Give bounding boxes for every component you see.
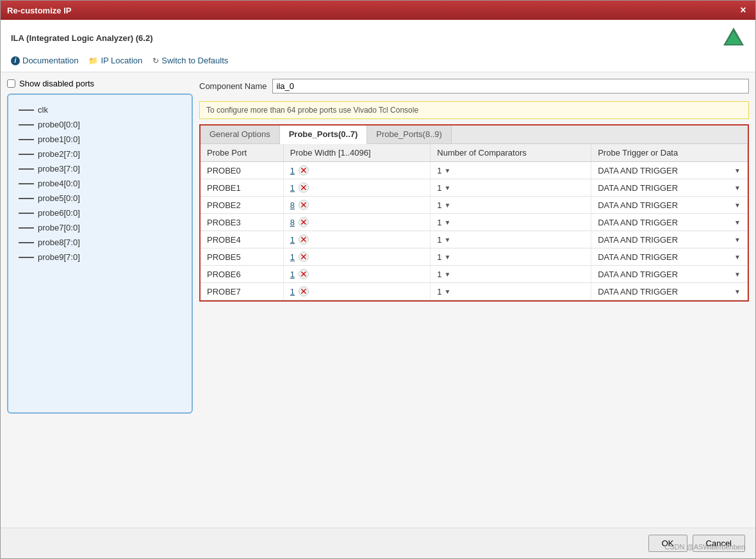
trigger-dropdown-arrow[interactable]: ▼ bbox=[734, 184, 741, 191]
trigger-dropdown-arrow[interactable]: ▼ bbox=[734, 167, 741, 174]
comparators-cell: 1▼ bbox=[431, 266, 591, 283]
comparator-dropdown-arrow[interactable]: ▼ bbox=[445, 288, 451, 295]
table-header: Probe Port Probe Width [1..4096] Number … bbox=[201, 144, 748, 162]
clear-width-button[interactable]: ✕ bbox=[299, 252, 309, 262]
documentation-link[interactable]: i Documentation bbox=[11, 56, 78, 65]
clear-width-button[interactable]: ✕ bbox=[299, 234, 309, 245]
trigger-dropdown-arrow[interactable]: ▼ bbox=[734, 288, 741, 295]
clear-width-button[interactable]: ✕ bbox=[299, 165, 309, 175]
trigger-value: DATA AND TRIGGER bbox=[598, 166, 678, 175]
tab-general-options[interactable]: General Options bbox=[201, 126, 280, 143]
comparator-dropdown-arrow[interactable]: ▼ bbox=[445, 271, 451, 278]
probe-width-value[interactable]: 1 bbox=[290, 183, 295, 193]
probe-width-value[interactable]: 8 bbox=[290, 200, 295, 210]
table-row: PROBE51✕1▼DATA AND TRIGGER▼ bbox=[201, 248, 748, 266]
signal-name: probe5[0:0] bbox=[38, 193, 80, 203]
title-bar: Re-customize IP × bbox=[1, 1, 755, 20]
comparator-dropdown-arrow[interactable]: ▼ bbox=[445, 184, 451, 191]
show-disabled-row: Show disabled ports bbox=[7, 79, 193, 88]
probe-width-value[interactable]: 8 bbox=[290, 218, 295, 227]
col-trigger-data: Probe Trigger or Data bbox=[591, 144, 748, 162]
signal-line bbox=[19, 154, 34, 155]
trigger-dropdown-arrow[interactable]: ▼ bbox=[734, 254, 741, 261]
trigger-dropdown-arrow[interactable]: ▼ bbox=[734, 271, 741, 278]
probe-width-cell: 1✕ bbox=[283, 162, 431, 179]
list-item: probe6[0:0] bbox=[19, 206, 181, 220]
signal-name: probe0[0:0] bbox=[38, 120, 80, 129]
list-item: probe1[0:0] bbox=[19, 132, 181, 147]
probe-port-cell: PROBE7 bbox=[201, 283, 283, 300]
signal-name: probe9[7:0] bbox=[38, 252, 80, 262]
probe-width-value[interactable]: 1 bbox=[290, 166, 295, 175]
trigger-dropdown-arrow[interactable]: ▼ bbox=[734, 236, 741, 243]
probe-width-value[interactable]: 1 bbox=[290, 252, 295, 262]
table-body: PROBE01✕1▼DATA AND TRIGGER▼PROBE11✕1▼DAT… bbox=[201, 162, 748, 300]
trigger-value: DATA AND TRIGGER bbox=[598, 200, 678, 210]
signal-name: probe2[7:0] bbox=[38, 149, 80, 159]
comparators-cell: 1▼ bbox=[431, 214, 591, 231]
probe-width-value[interactable]: 1 bbox=[290, 235, 295, 245]
comparator-value: 1 bbox=[437, 235, 441, 245]
probe-width-value[interactable]: 1 bbox=[290, 287, 295, 296]
signal-name: probe3[7:0] bbox=[38, 164, 80, 174]
trigger-dropdown-arrow[interactable]: ▼ bbox=[734, 202, 741, 209]
show-disabled-checkbox[interactable] bbox=[7, 79, 15, 88]
list-item: probe2[7:0] bbox=[19, 147, 181, 161]
signal-name: probe4[0:0] bbox=[38, 179, 80, 188]
comparator-value: 1 bbox=[437, 200, 441, 210]
probe-width-cell: 1✕ bbox=[283, 283, 431, 300]
signal-name: probe6[0:0] bbox=[38, 208, 80, 218]
right-panel: Component Name To configure more than 64… bbox=[199, 79, 749, 521]
comparator-dropdown-arrow[interactable]: ▼ bbox=[445, 219, 451, 226]
trigger-cell: DATA AND TRIGGER▼ bbox=[591, 214, 748, 231]
comparator-dropdown-arrow[interactable]: ▼ bbox=[445, 236, 451, 243]
ip-location-link[interactable]: 📁 IP Location bbox=[88, 56, 142, 65]
probe-port-cell: PROBE0 bbox=[201, 162, 283, 179]
comparator-dropdown-arrow[interactable]: ▼ bbox=[445, 167, 451, 174]
trigger-dropdown-arrow[interactable]: ▼ bbox=[734, 219, 741, 226]
component-box: clk probe0[0:0] probe1[0:0] probe2[7:0] bbox=[7, 93, 193, 414]
dialog-title: Re-customize IP bbox=[7, 6, 71, 15]
comparator-dropdown-arrow[interactable]: ▼ bbox=[445, 202, 451, 209]
comparator-dropdown-arrow[interactable]: ▼ bbox=[445, 254, 451, 261]
show-disabled-label: Show disabled ports bbox=[19, 79, 94, 88]
list-item: probe7[0:0] bbox=[19, 220, 181, 235]
probe-port-cell: PROBE4 bbox=[201, 231, 283, 248]
clear-width-button[interactable]: ✕ bbox=[299, 182, 309, 193]
trigger-value: DATA AND TRIGGER bbox=[598, 270, 678, 279]
comparator-value: 1 bbox=[437, 287, 441, 296]
switch-defaults-link[interactable]: ↻ Switch to Defaults bbox=[152, 56, 228, 65]
header-title-row: ILA (Integrated Logic Analyzer) (6.2) bbox=[11, 26, 745, 49]
signal-line bbox=[19, 227, 34, 229]
clear-width-button[interactable]: ✕ bbox=[299, 286, 309, 296]
main-content: Show disabled ports clk probe0[0:0] prob… bbox=[1, 72, 755, 528]
comparator-value: 1 bbox=[437, 218, 441, 227]
component-name-input[interactable] bbox=[272, 79, 750, 93]
comparators-cell: 1▼ bbox=[431, 283, 591, 300]
signal-line bbox=[19, 242, 34, 243]
clear-width-button[interactable]: ✕ bbox=[299, 200, 309, 210]
probe-width-value[interactable]: 1 bbox=[290, 270, 295, 279]
bottom-bar: OK Cancel bbox=[1, 528, 755, 558]
table-row: PROBE01✕1▼DATA AND TRIGGER▼ bbox=[201, 162, 748, 179]
clear-width-button[interactable]: ✕ bbox=[299, 217, 309, 227]
comparators-cell: 1▼ bbox=[431, 248, 591, 266]
trigger-value: DATA AND TRIGGER bbox=[598, 287, 678, 296]
tab-probe-ports-07[interactable]: Probe_Ports(0..7) bbox=[280, 126, 368, 144]
col-probe-port: Probe Port bbox=[201, 144, 283, 162]
close-button[interactable]: × bbox=[737, 4, 749, 16]
component-name-label: Component Name bbox=[199, 81, 267, 91]
probe-port-cell: PROBE5 bbox=[201, 248, 283, 266]
signal-line bbox=[19, 257, 34, 258]
left-panel: Show disabled ports clk probe0[0:0] prob… bbox=[7, 79, 193, 521]
tab-probe-ports-89[interactable]: Probe_Ports(8..9) bbox=[367, 126, 452, 143]
main-dialog: Re-customize IP × ILA (Integrated Logic … bbox=[0, 0, 756, 559]
signal-line bbox=[19, 139, 34, 140]
list-item: probe8[7:0] bbox=[19, 235, 181, 250]
comparators-cell: 1▼ bbox=[431, 197, 591, 214]
component-name-row: Component Name bbox=[199, 79, 749, 93]
table-row: PROBE41✕1▼DATA AND TRIGGER▼ bbox=[201, 231, 748, 248]
clear-width-button[interactable]: ✕ bbox=[299, 269, 309, 279]
probe-width-cell: 8✕ bbox=[283, 214, 431, 231]
probe-width-cell: 1✕ bbox=[283, 231, 431, 248]
